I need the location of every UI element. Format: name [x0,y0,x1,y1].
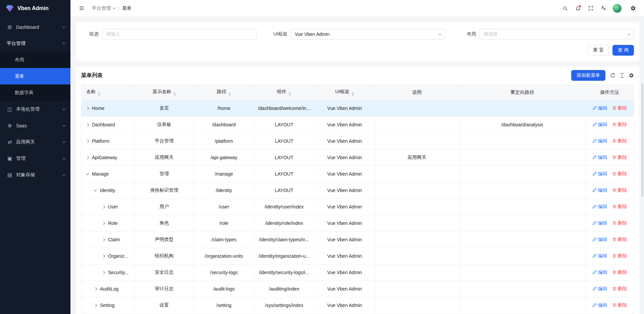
edit-button[interactable]: 编辑 [592,220,607,226]
cell-component: /auditing/index [254,281,315,297]
breadcrumb-item[interactable]: 平台管理 [92,5,111,11]
cell-component: LAYOUT [254,149,315,166]
edit-button[interactable]: 编辑 [592,286,607,292]
chevron-right-icon[interactable] [86,156,89,159]
name-cell-content: Organiz... [86,253,131,259]
cell-path: /audit-logs [194,281,254,297]
table-row: AuditLog审计日志/audit-logs/auditing/indexVu… [82,281,634,297]
cell-display-name: 身份标识管理 [135,182,194,199]
delete-button[interactable]: 删除 [612,105,627,111]
row-name: Claim [108,237,120,242]
cell-description [375,100,459,117]
delete-button[interactable]: 删除 [612,237,627,243]
chevron-right-icon[interactable] [94,304,97,307]
delete-button[interactable]: 删除 [612,204,627,210]
sort-icon[interactable] [352,92,354,96]
delete-button[interactable]: 删除 [612,220,627,226]
translate-icon[interactable] [598,3,609,14]
sort-icon[interactable] [288,92,291,96]
keyword-input[interactable]: 请输入 [102,29,257,40]
delete-button[interactable]: 删除 [612,122,627,128]
delete-button[interactable]: 删除 [612,154,627,161]
column-settings-gear-icon[interactable] [629,73,634,78]
column-header-0[interactable]: 名称 [82,85,135,100]
column-header-4[interactable]: UI框架 [315,85,375,100]
delete-button[interactable]: 删除 [612,138,627,144]
edit-button[interactable]: 编辑 [592,253,607,259]
sidebar-item-localization[interactable]: ◫本地化管理 [0,101,70,117]
name-cell-content: Manage [86,171,131,177]
delete-button[interactable]: 删除 [612,187,627,193]
edit-button[interactable]: 编辑 [592,269,607,275]
delete-button[interactable]: 删除 [612,269,627,275]
cell-display-name: 审计日志 [135,281,194,297]
refresh-icon[interactable] [610,73,615,78]
reset-button[interactable]: 重 置 [588,45,609,56]
column-header-2[interactable]: 路径 [194,85,254,100]
sidebar-item-menu[interactable]: 菜单 [0,68,70,84]
search-icon[interactable] [559,3,571,14]
row-height-icon[interactable] [620,73,624,78]
chevron-down-icon[interactable] [94,188,97,192]
column-header-1[interactable]: 显示名称 [135,85,194,100]
edit-button[interactable]: 编辑 [592,237,607,243]
sidebar-item-saas[interactable]: ⊕Saas [0,117,70,134]
edit-button[interactable]: 编辑 [592,154,607,161]
edit-label: 编辑 [598,122,607,128]
ui-framework-select[interactable]: Vue Vben Admin [291,29,445,40]
breadcrumb-item[interactable]: 菜单 [122,5,131,11]
chevron-right-icon[interactable] [86,139,89,143]
delete-label: 删除 [618,171,627,177]
layout-select[interactable]: 请选择 [479,29,634,40]
delete-button[interactable]: 删除 [612,286,627,292]
column-header-3[interactable]: 组件 [254,85,315,100]
sort-icon[interactable] [173,92,176,96]
edit-button[interactable]: 编辑 [592,122,607,128]
edit-button[interactable]: 编辑 [592,302,607,308]
sidebar-item-dashboard[interactable]: ⊞Dashboard [0,19,70,35]
sidebar-item-gateway[interactable]: ⇄应用网关 [0,134,70,150]
chevron-right-icon[interactable] [102,271,105,274]
cell-description [375,215,459,232]
sidebar-item-layout[interactable]: 布局 [0,52,70,68]
delete-button[interactable]: 删除 [612,302,627,308]
search-button[interactable]: 查 询 [612,45,634,56]
add-menu-button[interactable]: 添加新菜单 [571,70,605,81]
cell-display-name: 首页 [135,100,194,117]
user-avatar[interactable] [612,4,622,13]
chevron-down-icon[interactable] [86,172,89,175]
sidebar-item-platform[interactable]: 平台管理 [0,35,70,52]
fullscreen-icon[interactable] [585,3,596,14]
chevron-right-icon[interactable] [102,238,105,241]
chevron-right-icon[interactable] [86,107,89,110]
edit-button[interactable]: 编辑 [592,187,607,193]
settings-gear-icon[interactable] [627,3,639,14]
logo[interactable]: Vben Admin [0,0,70,17]
edit-button[interactable]: 编辑 [592,105,607,111]
sort-icon[interactable] [98,92,100,96]
chevron-right-icon[interactable] [94,287,97,291]
sidebar-item-manage[interactable]: ▣管理 [0,150,70,167]
cell-component: /identity/organization-u... [254,248,315,264]
delete-button[interactable]: 删除 [612,253,627,259]
sort-icon[interactable] [228,92,231,96]
chevron-right-icon[interactable] [102,222,105,225]
sidebar-collapse-icon[interactable] [76,3,87,14]
delete-button[interactable]: 删除 [612,171,627,177]
row-name: User [108,204,118,209]
chevron-right-icon[interactable] [102,254,105,258]
vertical-scrollbar-thumb[interactable] [641,83,643,197]
notification-bell-icon[interactable] [572,3,584,14]
edit-button[interactable]: 编辑 [592,204,607,210]
edit-button[interactable]: 编辑 [592,171,607,177]
delete-label: 删除 [618,204,627,210]
filter-field-ui-framework: UI框架 Vue Vben Admin [270,29,445,40]
sidebar-item-storage[interactable]: ▤对象存储 [0,167,70,183]
edit-button[interactable]: 编辑 [592,138,607,144]
chevron-down-icon [62,156,66,160]
cell-display-name: 角色 [135,215,194,232]
chevron-right-icon[interactable] [102,205,105,208]
sidebar-item-dict[interactable]: 数据字典 [0,84,70,101]
name-cell-content: Role [86,221,131,226]
chevron-right-icon[interactable] [86,123,89,126]
